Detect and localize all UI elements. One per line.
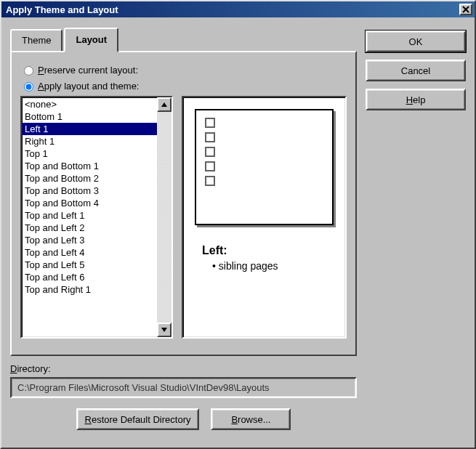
ok-button-label: OK [409,36,423,47]
dialog-window: Apply Theme and Layout Theme Layout [0,0,476,449]
tab-panel-layout: Preserve current layout: Apply layout an… [10,51,357,356]
directory-label: Directory: [10,363,357,374]
directory-input[interactable]: C:\Program Files\Microsoft Visual Studio… [10,377,357,398]
list-item[interactable]: Top and Left 4 [22,246,157,259]
list-item[interactable]: Right 1 [22,135,157,147]
tab-theme-label: Theme [22,35,51,46]
browse-button[interactable]: Browse... [211,408,291,430]
preview-placeholder-icon [205,147,215,157]
list-item[interactable]: Top 1 [22,147,157,160]
chevron-down-icon [161,328,167,332]
preview-placeholder-icon [205,176,215,186]
list-item[interactable]: Top and Left 5 [22,259,157,271]
list-item[interactable]: Top and Bottom 1 [22,160,157,172]
list-item[interactable]: Top and Bottom 3 [22,185,157,197]
list-item[interactable]: Top and Bottom 2 [22,172,157,185]
svg-marker-2 [161,102,167,107]
preview-heading: Left: [202,244,334,257]
radio-apply-label: Apply layout and theme: [38,81,139,92]
restore-default-directory-button[interactable]: Restore Default Directory [76,408,200,430]
list-item[interactable]: Top and Left 2 [22,222,157,234]
radio-apply-layout[interactable]: Apply layout and theme: [20,80,347,92]
help-button[interactable]: Help [366,89,466,110]
list-item[interactable]: Top and Bottom 4 [22,197,157,209]
tab-layout-label: Layout [76,34,107,45]
layout-list-items: <none>Bottom 1Left 1Right 1Top 1Top and … [22,97,157,337]
browse-button-label: Browse... [231,414,270,425]
close-button[interactable] [459,4,472,15]
close-icon [462,6,469,13]
cancel-button-label: Cancel [401,65,430,76]
radio-preserve-label: Preserve current layout: [38,65,138,76]
preview-bullet: sibling pages [212,260,334,272]
listbox-scrollbar[interactable] [157,97,172,337]
radio-preserve-input[interactable] [24,66,33,76]
ok-button[interactable]: OK [366,31,466,52]
list-item[interactable]: Bottom 1 [22,110,157,123]
list-item[interactable]: Top and Left 1 [22,209,157,222]
preview-page [195,109,334,225]
preview-placeholder-icon [205,161,215,171]
window-title: Apply Theme and Layout [6,4,459,15]
directory-section: Directory: C:\Program Files\Microsoft Vi… [10,363,357,430]
chevron-up-icon [161,102,167,107]
tab-theme[interactable]: Theme [10,29,62,54]
list-item[interactable]: <none> [22,98,157,110]
preview-placeholder-icon [205,118,215,128]
radio-preserve-layout[interactable]: Preserve current layout: [20,64,347,76]
help-button-label: Help [406,94,426,105]
dialog-body: Theme Layout Preserve current layout: Ap… [1,17,475,448]
scroll-track[interactable] [157,112,172,323]
svg-marker-3 [161,328,167,332]
tabset: Theme Layout [10,28,357,52]
list-item[interactable]: Left 1 [22,123,157,135]
layout-preview: Left: sibling pages [182,96,347,339]
radio-apply-input[interactable] [24,82,33,92]
titlebar: Apply Theme and Layout [1,1,475,17]
preview-placeholder-icon [205,132,215,142]
cancel-button[interactable]: Cancel [366,60,466,81]
list-item[interactable]: Top and Right 1 [22,283,157,296]
scroll-up-button[interactable] [157,97,172,112]
list-item[interactable]: Top and Left 3 [22,234,157,246]
tab-layout[interactable]: Layout [64,28,118,52]
scroll-down-button[interactable] [157,323,172,337]
list-item[interactable]: Top and Left 6 [22,271,157,283]
layout-listbox[interactable]: <none>Bottom 1Left 1Right 1Top 1Top and … [20,96,173,339]
restore-button-label: Restore Default Directory [85,414,191,425]
